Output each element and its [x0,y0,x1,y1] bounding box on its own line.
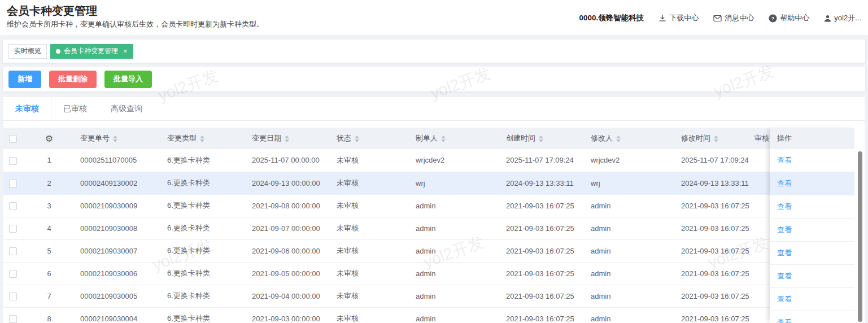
cell-creator: admin [410,217,500,239]
operation-cell: 查看 [770,172,854,195]
table-row[interactable]: 2000024091300026.更换卡种类2024-09-13 00:00:0… [3,172,828,194]
nav-user-menu[interactable]: yol2开... [824,13,861,23]
row-checkbox[interactable] [9,157,17,165]
nav-message-center[interactable]: 消息中心 [713,13,754,23]
row-checkbox[interactable] [9,225,17,233]
cell-change-type: 6.更换卡种类 [162,285,246,307]
svg-text:?: ? [771,15,775,21]
sort-caret-icon[interactable] [113,136,117,142]
cell-modifier: admin [585,307,675,323]
col-creator[interactable]: 制单人 [410,128,500,149]
cell-change-date: 2021-09-05 00:00:00 [246,262,331,285]
cell-creator: admin [410,194,500,217]
tab-advanced-query[interactable]: 高级查询 [99,97,154,120]
sort-caret-icon[interactable] [616,136,621,142]
batch-import-button[interactable]: 批量导入 [104,71,152,88]
nav-help-center[interactable]: ? 帮助中心 [769,13,809,23]
cell-modifier: wrjcdev2 [585,149,675,172]
cell-modifier: admin [585,285,675,307]
gear-icon[interactable]: ⚙ [45,134,53,143]
view-link[interactable]: 查看 [777,202,792,211]
cell-created-at: 2021-09-03 16:07:25 [500,285,585,307]
view-link[interactable]: 查看 [777,248,792,257]
operation-cell: 查看 [770,242,854,265]
cell-change-date: 2025-11-07 00:00:00 [246,149,331,172]
row-checkbox[interactable] [9,293,17,300]
help-icon: ? [769,14,777,23]
tab-unaudited[interactable]: 未审核 [3,97,51,120]
cell-order-no: 00002109030007 [75,239,162,262]
company-name: 0000.领锋智能科技 [579,13,644,23]
view-tabs: 未审核 已审核 高级查询 [3,97,865,121]
row-index: 6 [24,262,75,285]
cell-modified-at: 2021-09-03 16:07:25 [675,262,749,285]
col-modified-at[interactable]: 修改时间 [675,128,749,149]
col-order-no[interactable]: 变更单号 [75,128,162,149]
sort-caret-icon[interactable] [285,136,289,142]
tags-view-bar: 实时概览 会员卡种变更管理 × [3,40,865,63]
table-header-row: ⚙ 变更单号 变更类型 变更日期 状态 制单人 创建时间 修改人 修改时间 审核 [3,128,828,149]
view-link[interactable]: 查看 [777,156,792,164]
cell-order-no: 00002409130002 [75,172,162,194]
view-link[interactable]: 查看 [777,295,792,303]
main-panel: 未审核 已审核 高级查询 ⚙ 变更单号 变更类型 变更日期 状态 制单人 创建时… [3,97,865,323]
table-row[interactable]: 7000021090300056.更换卡种类2021-09-04 00:00:0… [3,285,828,307]
cell-change-type: 6.更换卡种类 [162,172,246,194]
row-checkbox[interactable] [9,180,17,187]
select-all-checkbox[interactable] [9,135,17,143]
sort-caret-icon[interactable] [200,136,204,142]
user-name: yol2开... [834,13,861,23]
table-row[interactable]: 6000021090300066.更换卡种类2021-09-05 00:00:0… [3,262,828,285]
close-icon[interactable]: × [123,47,128,55]
table-row[interactable]: 3000021090300096.更换卡种类2021-09-08 00:00:0… [3,194,828,217]
view-link[interactable]: 查看 [777,318,792,323]
cell-change-date: 2021-09-07 00:00:00 [246,217,331,239]
table-row[interactable]: 8000021090300046.更换卡种类2021-09-03 00:00:0… [3,307,828,323]
vertical-scrollbar[interactable] [858,151,862,322]
sort-caret-icon[interactable] [355,136,359,142]
col-status[interactable]: 状态 [331,128,410,149]
sort-caret-icon[interactable] [714,136,718,142]
sort-caret-icon[interactable] [441,136,446,142]
cell-change-date: 2021-09-03 00:00:00 [246,307,331,323]
view-link[interactable]: 查看 [777,272,792,280]
sort-caret-icon[interactable] [539,136,543,142]
cell-status: 未审核 [331,217,410,239]
row-checkbox[interactable] [9,270,17,278]
table-row[interactable]: 4000021090300086.更换卡种类2021-09-07 00:00:0… [3,217,828,239]
tab-audited[interactable]: 已审核 [51,97,99,120]
table-row[interactable]: 1000025110700056.更换卡种类2025-11-07 00:00:0… [3,149,828,172]
add-button[interactable]: 新增 [8,71,41,88]
tag-realtime-overview[interactable]: 实时概览 [8,44,47,59]
row-checkbox[interactable] [9,202,17,210]
cell-created-at: 2021-09-03 16:07:25 [500,194,585,217]
cell-order-no: 00002109030006 [75,262,162,285]
page-subtitle: 维护会员卡所用卡种，变更单确认审核后生效，会员卡即时更新为新卡种类型。 [7,19,264,29]
row-checkbox[interactable] [9,315,17,323]
col-change-type[interactable]: 变更类型 [162,128,246,149]
cell-change-type: 6.更换卡种类 [162,239,246,262]
cell-order-no: 00002109030004 [75,307,162,323]
row-checkbox[interactable] [9,247,17,255]
col-created-at[interactable]: 创建时间 [500,128,585,149]
col-change-date[interactable]: 变更日期 [246,128,331,149]
mail-icon [713,15,722,22]
cell-modified-at: 2021-09-03 16:07:25 [675,217,749,239]
view-link[interactable]: 查看 [777,179,792,187]
batch-delete-button[interactable]: 批量删除 [49,71,97,88]
active-dot-icon [56,49,60,54]
operation-cell: 查看 [770,219,854,242]
nav-download-center[interactable]: 下载中心 [658,13,699,23]
view-link[interactable]: 查看 [777,225,792,234]
row-index: 1 [24,149,75,172]
cell-creator: wrjcdev2 [410,149,500,172]
cell-change-type: 6.更换卡种类 [162,194,246,217]
col-modifier[interactable]: 修改人 [585,128,675,149]
tag-card-type-change[interactable]: 会员卡种变更管理 × [50,44,133,59]
download-icon [658,14,666,22]
operation-cell: 查看 [770,288,854,311]
cell-order-no: 00002109030008 [75,217,162,239]
row-index: 7 [24,285,75,307]
table-row[interactable]: 5000021090300076.更换卡种类2021-09-06 00:00:0… [3,239,828,262]
row-index: 4 [24,217,75,239]
